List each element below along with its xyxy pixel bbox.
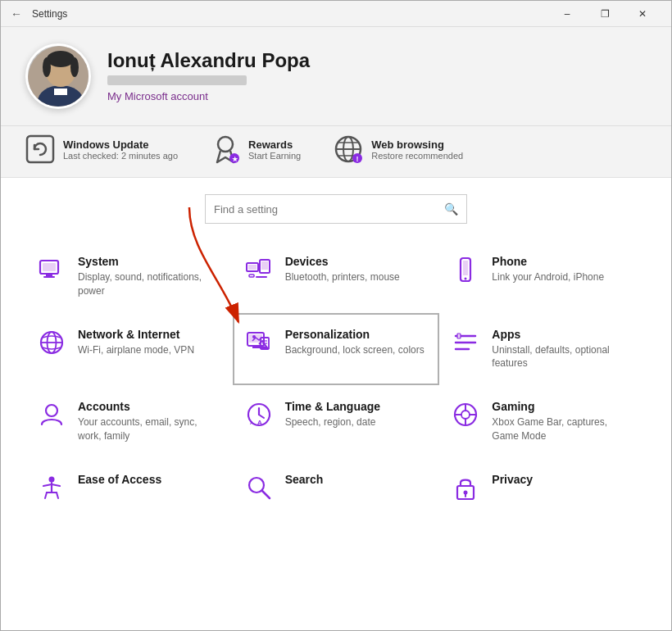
setting-network[interactable]: Network & Internet Wi-Fi, airplane mode,…: [25, 313, 233, 386]
privacy-text: Privacy: [492, 473, 533, 488]
svg-rect-26: [261, 261, 268, 270]
avatar: [25, 43, 91, 109]
ease-text: Ease of Access: [78, 473, 161, 488]
svg-point-8: [218, 137, 233, 152]
svg-rect-45: [457, 334, 461, 338]
devices-icon: [244, 255, 274, 284]
close-button[interactable]: ✕: [624, 1, 661, 27]
windows-update-text: Windows Update Last checked: 2 minutes a…: [63, 138, 178, 161]
phone-text: Phone Link your Android, iPhone: [492, 255, 604, 284]
personalization-text: Personalization Background, lock screen,…: [285, 328, 425, 357]
svg-point-46: [46, 405, 57, 416]
setting-personalization[interactable]: Personalization Background, lock screen,…: [233, 313, 440, 386]
svg-point-37: [252, 335, 256, 338]
accounts-text: Accounts Your accounts, email, sync, wor…: [78, 400, 221, 443]
search-container: 🔍: [25, 178, 647, 232]
search-input[interactable]: [214, 203, 444, 216]
network-text: Network & Internet Wi-Fi, airplane mode,…: [78, 328, 194, 357]
titlebar: ← Settings – ❐ ✕: [1, 1, 671, 27]
windows-update-status[interactable]: Windows Update Last checked: 2 minutes a…: [25, 134, 178, 164]
setting-phone[interactable]: Phone Link your Android, iPhone: [439, 240, 647, 313]
svg-rect-21: [43, 276, 55, 278]
svg-rect-28: [256, 276, 267, 278]
svg-point-31: [465, 278, 467, 280]
svg-rect-22: [43, 263, 56, 271]
personalization-icon: [244, 328, 274, 357]
rewards-text: Rewards Start Earning: [248, 138, 301, 161]
setting-privacy[interactable]: Privacy: [439, 458, 647, 517]
phone-icon: [451, 255, 480, 284]
web-browsing-text: Web browsing Restore recommended: [371, 138, 463, 161]
status-bar: Windows Update Last checked: 2 minutes a…: [1, 126, 671, 178]
svg-point-58: [49, 476, 55, 482]
svg-rect-24: [248, 265, 257, 270]
svg-point-6: [70, 57, 79, 77]
privacy-icon: [451, 473, 480, 502]
search-box[interactable]: 🔍: [205, 194, 467, 224]
profile-info: Ionuț Alexandru Popa My Microsoft accoun…: [107, 49, 647, 103]
svg-text:A: A: [250, 420, 254, 425]
windows-update-icon: [25, 134, 55, 164]
profile-section: Ionuț Alexandru Popa My Microsoft accoun…: [1, 27, 671, 126]
setting-search[interactable]: Search: [233, 458, 440, 517]
profile-email-blur: [107, 75, 247, 85]
setting-system[interactable]: System Display, sound, notifications, po…: [25, 240, 233, 313]
gaming-icon: [451, 400, 480, 429]
time-text: Time & Language Speech, region, date: [285, 400, 380, 429]
search-icon: 🔍: [444, 202, 458, 216]
apps-text: Apps Uninstall, defaults, optional featu…: [492, 328, 635, 371]
svg-line-49: [259, 415, 264, 418]
search-setting-icon: [244, 473, 274, 502]
restore-button[interactable]: ❐: [586, 1, 624, 27]
setting-apps[interactable]: Apps Uninstall, defaults, optional featu…: [439, 313, 647, 386]
settings-grid: System Display, sound, notifications, po…: [25, 240, 647, 517]
system-text: System Display, sound, notifications, po…: [78, 255, 221, 298]
microsoft-account-link[interactable]: My Microsoft account: [107, 90, 208, 102]
setting-ease[interactable]: Ease of Access: [25, 458, 233, 517]
window-controls: – ❐ ✕: [548, 1, 661, 27]
svg-point-4: [47, 51, 75, 67]
svg-rect-20: [46, 274, 52, 276]
setting-accounts[interactable]: Accounts Your accounts, email, sync, wor…: [25, 385, 233, 458]
time-icon: A A: [244, 400, 274, 429]
setting-time[interactable]: A A Time & Language Speech, region, date: [233, 385, 440, 458]
web-browsing-icon: !: [334, 134, 363, 164]
system-icon: [37, 255, 66, 284]
svg-point-5: [43, 57, 51, 77]
svg-line-60: [262, 491, 270, 498]
search-text: Search: [285, 473, 324, 488]
svg-text:A: A: [257, 419, 262, 426]
main-content: 🔍 System: [1, 178, 671, 631]
svg-text:!: !: [356, 155, 359, 163]
devices-text: Devices Bluetooth, printers, mouse: [285, 255, 400, 284]
window-title: Settings: [32, 8, 548, 20]
setting-devices[interactable]: Devices Bluetooth, printers, mouse: [233, 240, 440, 313]
svg-text:★: ★: [232, 156, 238, 163]
accounts-icon: [37, 400, 66, 429]
ease-icon: [37, 473, 66, 502]
network-icon: [37, 328, 66, 357]
web-browsing-status[interactable]: ! Web browsing Restore recommended: [334, 134, 463, 164]
svg-point-53: [461, 411, 470, 419]
setting-gaming[interactable]: Gaming Xbox Game Bar, captures, Game Mod…: [439, 385, 647, 458]
rewards-icon: ★: [211, 134, 240, 164]
rewards-status[interactable]: ★ Rewards Start Earning: [211, 134, 301, 164]
svg-rect-7: [27, 136, 53, 162]
svg-rect-30: [463, 261, 468, 275]
apps-icon: [451, 328, 480, 357]
gaming-text: Gaming Xbox Game Bar, captures, Game Mod…: [492, 400, 635, 443]
svg-rect-27: [249, 275, 254, 277]
profile-name: Ionuț Alexandru Popa: [107, 49, 647, 72]
svg-rect-3: [54, 89, 67, 95]
minimize-button[interactable]: –: [548, 1, 586, 27]
back-button[interactable]: ←: [11, 7, 22, 20]
